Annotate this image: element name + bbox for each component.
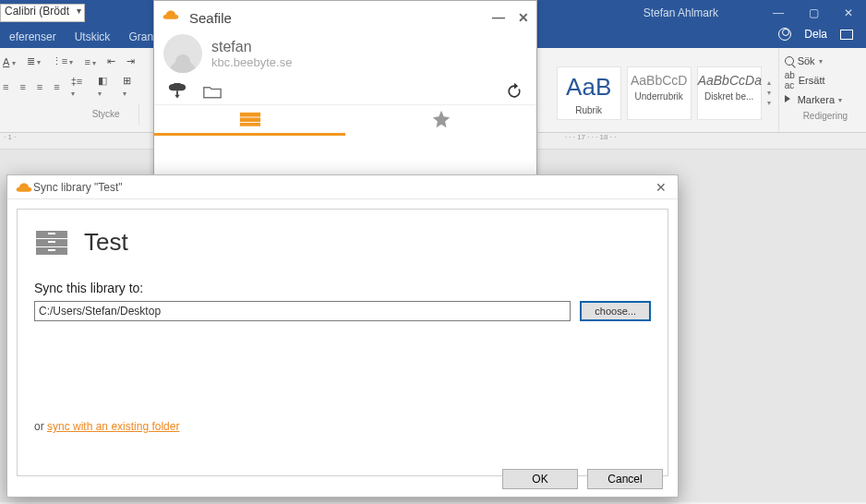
- indent-right-button[interactable]: ⇥: [124, 54, 138, 69]
- svg-rect-7: [48, 241, 55, 243]
- drawer-icon: [238, 111, 262, 127]
- seafile-logo-icon: [162, 8, 180, 27]
- seafile-close-button[interactable]: ✕: [518, 10, 529, 25]
- style-diskret[interactable]: AaBbCcDa Diskret be...: [697, 66, 762, 120]
- seafile-tabs: [154, 104, 536, 136]
- svg-rect-2: [239, 123, 259, 126]
- shading-button[interactable]: ◧: [95, 73, 114, 100]
- find-button[interactable]: Sök▾: [785, 54, 866, 68]
- seafile-logo-icon: [15, 181, 28, 194]
- font-color-button[interactable]: A: [0, 54, 18, 69]
- styles-scroll[interactable]: ▴▾▾: [767, 78, 778, 107]
- bullets-button[interactable]: ≣: [24, 54, 43, 69]
- share-area: Dela: [778, 28, 853, 41]
- cancel-button[interactable]: Cancel: [587, 469, 663, 489]
- alt-sync-row: or sync with an existing folder: [34, 420, 179, 433]
- refresh-icon[interactable]: [505, 82, 523, 101]
- sync-path-input[interactable]: [34, 301, 571, 321]
- indent-left-button[interactable]: ⇤: [104, 54, 118, 69]
- dialog-button-row: OK Cancel: [502, 469, 663, 489]
- library-name: Test: [84, 228, 128, 257]
- select-icon: [785, 95, 794, 104]
- replace-button[interactable]: abacErsätt: [785, 68, 866, 92]
- select-button[interactable]: Markera▾: [785, 92, 866, 107]
- sync-library-dialog: Sync library "Test" ✕ Test Sync this lib…: [6, 174, 679, 498]
- multilevel-button[interactable]: ≡: [81, 54, 99, 69]
- word-window-buttons: — ▢ ✕: [761, 0, 866, 26]
- dialog-title: Sync library "Test": [33, 181, 123, 194]
- tab-libraries[interactable]: [154, 105, 345, 136]
- font-picker[interactable]: Calibri (Brödt: [0, 4, 85, 22]
- style-sample: AaBbCcD: [628, 73, 691, 88]
- star-icon: [431, 109, 451, 129]
- align-left-button[interactable]: ≡: [0, 79, 11, 94]
- style-sample: AaB: [558, 73, 620, 102]
- choose-button[interactable]: choose...: [580, 301, 651, 321]
- ok-button[interactable]: OK: [502, 469, 578, 489]
- seafile-window: Seafile — ✕ stefan kbc.beebyte.se: [153, 0, 537, 177]
- word-minimize-button[interactable]: —: [761, 0, 796, 26]
- editing-group: Sök▾ abacErsätt Markera▾ Redigering: [778, 48, 866, 132]
- seafile-account-row[interactable]: stefan kbc.beebyte.se: [154, 34, 536, 77]
- sync-to-label: Sync this library to:: [34, 281, 651, 295]
- dialog-close-button[interactable]: ✕: [652, 180, 670, 195]
- dialog-titlebar[interactable]: Sync library "Test" ✕: [7, 175, 678, 199]
- word-close-button[interactable]: ✕: [831, 0, 866, 26]
- search-icon: [785, 56, 794, 66]
- dialog-body: Test Sync this library to: choose... or …: [17, 209, 668, 476]
- avatar: [163, 34, 202, 73]
- ribbon-paragraph-group: A ≣ ⋮≡ ≡ ⇤ ⇥ ≡ ≡ ≡ ≡ ‡≡ ◧ ⊞ Stycke: [0, 48, 145, 132]
- account-host: kbc.beebyte.se: [211, 55, 292, 69]
- paragraph-group-label: Stycke: [0, 103, 139, 126]
- align-justify-button[interactable]: ≡: [51, 79, 62, 94]
- svg-rect-0: [239, 113, 259, 117]
- numbering-button[interactable]: ⋮≡: [49, 54, 77, 69]
- account-username: stefan: [211, 39, 292, 55]
- seafile-title: Seafile: [189, 10, 232, 26]
- user-icon: [778, 28, 791, 41]
- replace-icon: abac: [785, 70, 795, 90]
- style-sample: AaBbCcDa: [698, 73, 761, 88]
- tab-referenser[interactable]: eferenser: [0, 27, 66, 48]
- seafile-toolbar: [154, 77, 536, 104]
- align-right-button[interactable]: ≡: [34, 79, 45, 94]
- style-label: Diskret be...: [698, 91, 761, 102]
- library-icon: [34, 229, 69, 257]
- style-rubrik[interactable]: AaB Rubrik: [557, 66, 621, 120]
- align-center-button[interactable]: ≡: [17, 79, 28, 94]
- seafile-titlebar[interactable]: Seafile — ✕: [154, 1, 536, 34]
- ruler-left: · 1 ·: [4, 133, 16, 141]
- svg-rect-6: [48, 233, 55, 234]
- svg-rect-1: [239, 117, 259, 122]
- style-underrubrik[interactable]: AaBbCcD Underrubrik: [627, 66, 692, 120]
- ruler-right: · · · 17 · · · 18 · ·: [565, 133, 617, 141]
- word-maximize-button[interactable]: ▢: [796, 0, 831, 26]
- folder-icon[interactable]: [202, 84, 223, 99]
- tab-starred[interactable]: [345, 105, 536, 136]
- comment-icon[interactable]: [840, 30, 853, 40]
- style-label: Rubrik: [558, 105, 620, 115]
- cloud-download-icon[interactable]: [167, 83, 187, 100]
- editing-group-label: Redigering: [785, 111, 866, 121]
- seafile-minimize-button[interactable]: —: [492, 10, 505, 25]
- svg-rect-8: [48, 249, 55, 251]
- or-text: or: [34, 420, 47, 433]
- borders-button[interactable]: ⊞: [120, 73, 138, 100]
- tab-utskick[interactable]: Utskick: [66, 27, 120, 48]
- word-user-name: Stefan Ahlmark: [643, 6, 718, 19]
- sync-existing-link[interactable]: sync with an existing folder: [47, 420, 179, 433]
- line-spacing-button[interactable]: ‡≡: [68, 74, 90, 100]
- share-button[interactable]: Dela: [804, 28, 827, 41]
- style-label: Underrubrik: [628, 91, 691, 102]
